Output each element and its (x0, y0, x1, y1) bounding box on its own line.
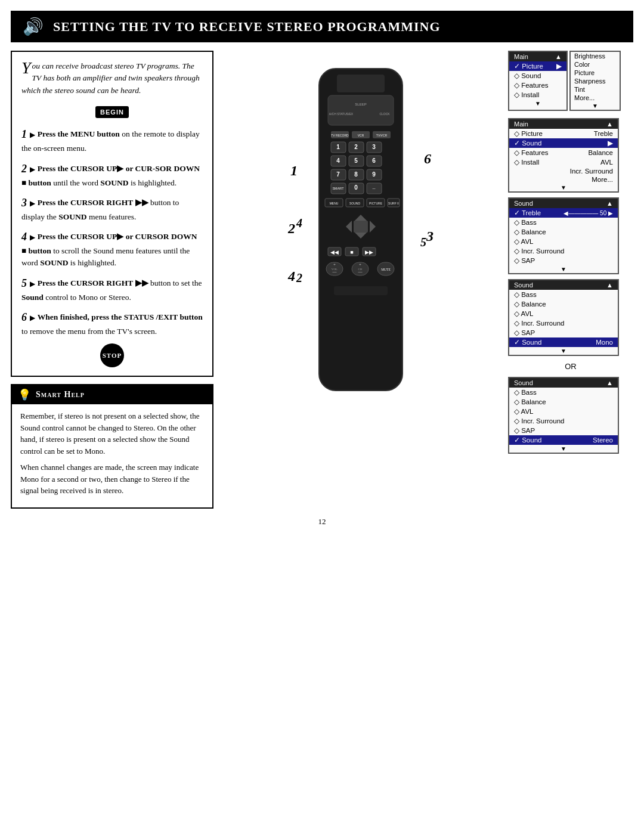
main-sound-sound-row: ✓ Sound ▶ (509, 138, 618, 148)
page-header: 🔊 Setting the TV to Receive Stereo Progr… (11, 11, 633, 42)
svg-text:PICTURE: PICTURE (369, 202, 383, 205)
main-sound-surround-row: Incr. Surround (509, 167, 618, 175)
stereo-sap-row: ◇ SAP (509, 426, 618, 435)
step-4-overlay: 4 (296, 216, 302, 230)
sound-sap-row: ◇ SAP (509, 256, 618, 265)
step-2: 2 ▶ Press the CURSOR UP▶ or CUR-SOR DOWN… (21, 161, 203, 189)
main-content: Y ou can receive broadcast stereo TV pro… (11, 51, 633, 509)
smart-help-para-2: When channel changes are made, the scree… (20, 462, 204, 497)
sound-icon: 🔊 (23, 17, 44, 36)
sound-treble-arrow-down: ▼ (509, 265, 618, 273)
step-2-number: 2 (21, 163, 27, 175)
smart-help-para-1: Remember, if stereo is not present on a … (20, 410, 204, 457)
main-menu-label: Main (514, 53, 528, 60)
menu-row-picture: ✓ Picture ▶ (509, 61, 566, 71)
step-2-text: until the word SOUND is highlighted. (53, 178, 177, 187)
svg-text:TV RECORD: TV RECORD (331, 134, 349, 137)
lightbulb-icon: 💡 (18, 388, 31, 401)
smart-help-box: 💡 Smart Help Remember, if stereo is not … (11, 384, 213, 509)
step-6-status: When finished, press the STATUS /EXIT bu… (38, 312, 203, 321)
submenu-color: Color (571, 60, 620, 69)
large-y: Y (21, 60, 31, 75)
step-4-overlay-2: 4 (288, 268, 295, 284)
stereo-incr-row: ◇ Incr. Surround (509, 416, 618, 426)
page-title: Setting the TV to Receive Stereo Program… (53, 19, 441, 35)
svg-text:■: ■ (350, 249, 353, 255)
main-sound-arrow-down: ▼ (509, 184, 618, 191)
svg-text:SLEEP: SLEEP (355, 103, 366, 106)
step-5-overlay: 5 (420, 236, 426, 249)
step-1-overlay: 1 (290, 163, 298, 179)
picture-arrow: ▶ (556, 62, 562, 70)
sound-mono-menu-box: Sound ▲ ◇ Bass ◇ Balance ◇ AVL ◇ Incr. S… (508, 279, 619, 356)
smart-help-title: Smart Help (36, 390, 85, 400)
svg-rect-2 (328, 95, 394, 125)
step-2-overlay-left: 2 (288, 221, 295, 237)
submenu-brightness: Brightness (571, 52, 620, 60)
main-sound-picture-row: ◇ Picture Treble (509, 129, 618, 138)
main-sound-more-row: More... (509, 175, 618, 184)
mono-balance-row: ◇ Balance (509, 299, 618, 309)
svg-text:7: 7 (336, 171, 340, 178)
svg-text:+: + (359, 262, 361, 267)
step-1-menu-label: Press the MENU button (38, 129, 120, 138)
svg-text:8: 8 (354, 171, 358, 178)
svg-rect-48 (354, 221, 368, 233)
begin-badge: BEGIN (95, 106, 129, 119)
menu-group-1: Main ▲ ✓ Picture ▶ ◇ Sound ◇ Features ◇ … (508, 51, 633, 111)
sound-treble-menu-box: Sound ▲ ✓ Treble ◀————— 50 ▶ ◇ Bass ◇ Ba… (508, 197, 619, 274)
or-label: OR (508, 361, 633, 372)
svg-text:+: + (333, 262, 336, 267)
stereo-sound-row: ✓ Sound Stereo (509, 435, 618, 445)
step-1-number: 1 (21, 128, 27, 140)
stereo-balance-row: ◇ Balance (509, 397, 618, 407)
treble-row: ✓ Treble ◀————— 50 ▶ (509, 208, 618, 218)
right-column: Main ▲ ✓ Picture ▶ ◇ Sound ◇ Features ◇ … (508, 51, 633, 509)
step-3-cursor-right: Press the CURSOR RIGHT ▶▶ (38, 197, 148, 206)
step-6-number: 6 (21, 311, 27, 323)
main-menu-box: Main ▲ ✓ Picture ▶ ◇ Sound ◇ Features ◇ … (508, 51, 568, 111)
menu-row-install: ◇ Install (509, 90, 566, 100)
submenu-picture: Picture (571, 69, 620, 77)
features-label: ◇ Features (514, 81, 549, 89)
step-4: 4 ▶ Press the CURSOR UP▶ or CURSOR DOWN … (21, 229, 203, 270)
svg-rect-65 (334, 286, 388, 295)
submenu-sharpness: Sharpness (571, 77, 620, 85)
svg-rect-1 (337, 75, 385, 92)
sound-balance-row: ◇ Balance (509, 227, 618, 237)
svg-text:2: 2 (354, 144, 358, 150)
main-sound-features-row: ◇ Features Balance (509, 148, 618, 157)
step-6-overlay: 6 (424, 151, 431, 167)
main-sound-install-row: ◇ Install AVL (509, 157, 618, 167)
svg-text:SMART: SMART (332, 187, 344, 190)
main-sound-menu-box: Main ▲ ◇ Picture Treble ✓ Sound ▶ ◇ Feat… (508, 118, 619, 193)
picture-submenu-box: Brightness Color Picture Sharpness Tint … (569, 51, 621, 111)
step-1: 1 ▶ Press the MENU button on the remote … (21, 126, 203, 154)
step-6: 6 ▶ When finished, press the STATUS /EXI… (21, 309, 203, 337)
remote-illustration: SLEEP A/CH STATUS/EX CLOCK TV RECORD VCR… (301, 63, 420, 408)
sound-bass-row: ◇ Bass (509, 218, 618, 227)
mono-avl-row: ◇ AVL (509, 309, 618, 318)
sound-treble-title: Sound ▲ (509, 199, 618, 208)
main-menu-arrow-down: ▼ (509, 100, 566, 107)
step-5-number: 5 (21, 277, 27, 289)
step-3-overlay: 3 (426, 228, 434, 244)
svg-text:1: 1 (336, 144, 340, 150)
picture-label: ✓ Picture (514, 62, 543, 70)
svg-text:9: 9 (372, 171, 376, 178)
mono-incr-row: ◇ Incr. Surround (509, 318, 618, 328)
svg-text:SURF II: SURF II (388, 202, 399, 205)
smart-help-body: Remember, if stereo is not present on a … (12, 404, 212, 507)
svg-text:◀◀: ◀◀ (330, 249, 339, 255)
intro-body: ou can receive broadcast stereo TV progr… (21, 61, 200, 95)
svg-text:A/CH STATUS/EX: A/CH STATUS/EX (329, 112, 354, 116)
svg-text:0: 0 (354, 184, 358, 191)
main-sound-title-label: Main (514, 120, 528, 128)
step-6-text: to remove the menu from the TV's screen. (21, 327, 157, 336)
intro-text: Y ou can receive broadcast stereo TV pro… (21, 60, 203, 97)
svg-text:SOUND: SOUND (349, 202, 360, 205)
stereo-arrow-down: ▼ (509, 445, 618, 453)
stereo-avl-row: ◇ AVL (509, 407, 618, 416)
svg-text:CLOCK: CLOCK (379, 112, 390, 116)
svg-text:VOL: VOL (332, 268, 338, 271)
